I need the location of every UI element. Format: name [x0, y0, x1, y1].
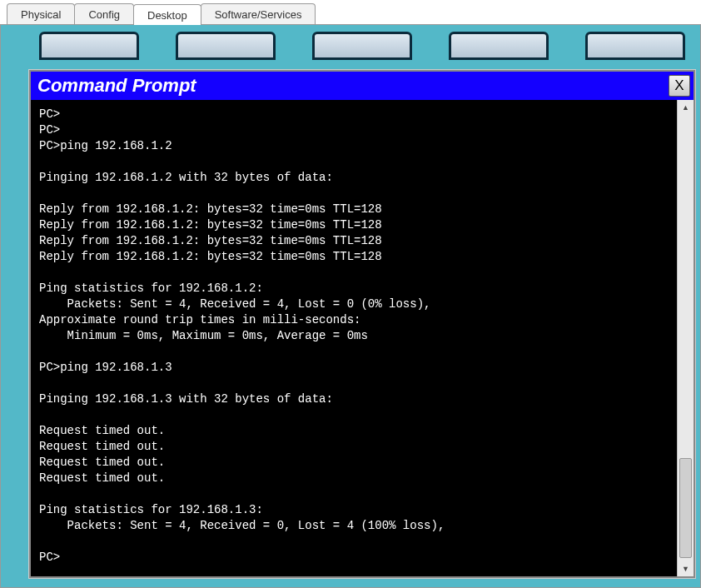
scrollbar[interactable]: ▲ ▼ [677, 100, 694, 576]
terminal-output[interactable]: PC> PC> PC>ping 192.168.1.2 Pinging 192.… [31, 100, 677, 576]
command-prompt-window: Command Prompt X PC> PC> PC>ping 192.168… [29, 70, 695, 578]
desktop-icon-row [1, 25, 700, 60]
window-title: Command Prompt [37, 75, 196, 97]
scroll-down-icon[interactable]: ▼ [678, 561, 694, 576]
app-window: Physical Config Desktop Software/Service… [0, 0, 701, 588]
tab-software-services[interactable]: Software/Services [201, 3, 316, 24]
tab-desktop[interactable]: Desktop [133, 4, 201, 25]
desktop-app-icon[interactable] [176, 32, 276, 60]
close-button[interactable]: X [669, 75, 690, 97]
desktop-app-icon[interactable] [312, 32, 412, 60]
close-icon: X [674, 77, 684, 94]
scrollbar-thumb[interactable] [679, 458, 692, 558]
command-prompt-titlebar[interactable]: Command Prompt X [31, 72, 694, 100]
desktop-app-icon[interactable] [585, 32, 685, 60]
desktop-app-icon[interactable] [449, 32, 549, 60]
desktop-app-icon[interactable] [39, 32, 139, 60]
scroll-up-icon[interactable]: ▲ [678, 100, 694, 115]
desktop-pane: Command Prompt X PC> PC> PC>ping 192.168… [0, 25, 701, 588]
tab-config[interactable]: Config [74, 3, 134, 24]
tab-physical[interactable]: Physical [7, 3, 75, 24]
main-tabbar: Physical Config Desktop Software/Service… [0, 0, 701, 25]
